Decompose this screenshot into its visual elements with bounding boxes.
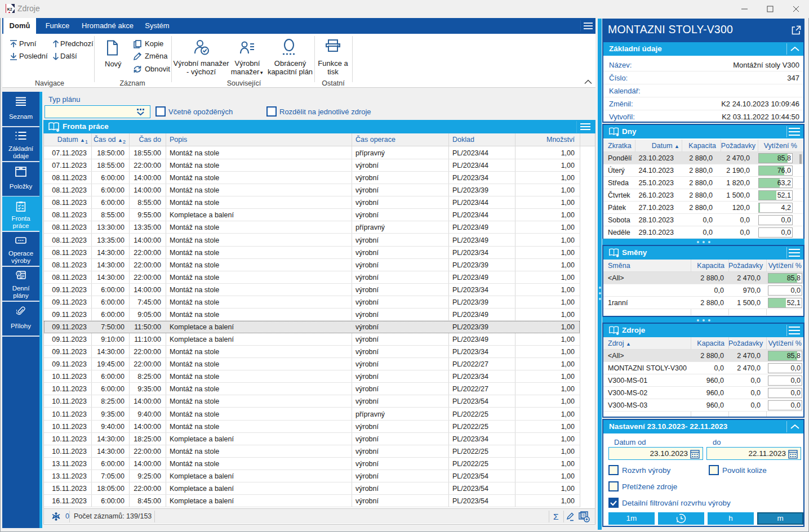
svg-text:K2: K2 [7, 7, 12, 11]
